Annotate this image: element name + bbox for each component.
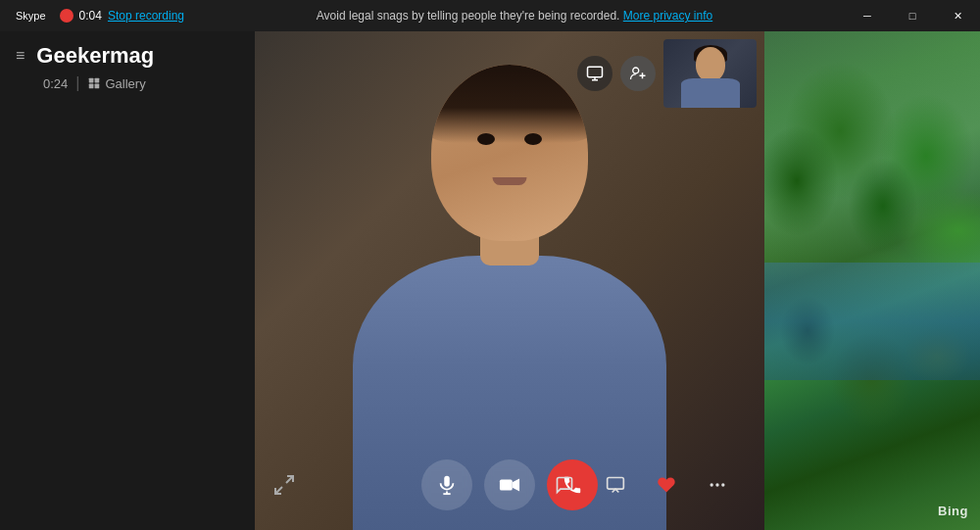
app-container: ≡ Geekermag 0:24 | Gallery (0, 31, 980, 530)
person-hair (431, 65, 588, 143)
react-button[interactable] (649, 467, 684, 503)
close-button[interactable]: ✕ (935, 0, 980, 31)
svg-rect-15 (500, 480, 513, 491)
heart-icon (657, 475, 676, 495)
bing-wallpaper-area: Bing (764, 31, 980, 530)
screen-layout-button[interactable] (577, 56, 612, 91)
chat-icon (555, 475, 574, 495)
call-duration: 0:24 (43, 76, 68, 91)
video-camera-icon (499, 474, 520, 496)
svg-rect-3 (95, 84, 100, 89)
gallery-button[interactable]: Gallery (87, 76, 145, 91)
stop-recording-button[interactable]: Stop recording (108, 9, 184, 23)
right-eye (524, 133, 542, 145)
recording-notice: Avoid legal snags by telling people they… (184, 9, 845, 23)
record-indicator (60, 9, 74, 23)
app-title: Skype (8, 10, 54, 22)
titlebar-left: Skype 0:04 Stop recording (0, 9, 184, 23)
self-video-thumbnail[interactable] (663, 39, 757, 108)
controls-right (547, 467, 735, 503)
add-participant-button[interactable] (620, 56, 656, 91)
notice-text: Avoid legal snags by telling people they… (317, 9, 620, 23)
more-icon (708, 475, 727, 495)
separator: | (75, 74, 79, 92)
svg-rect-0 (89, 78, 94, 83)
svg-point-7 (633, 68, 639, 73)
person-mouth (493, 177, 527, 185)
svg-rect-17 (608, 478, 624, 490)
video-top-bar (577, 39, 757, 108)
svg-point-18 (710, 483, 713, 486)
main-video (255, 31, 764, 530)
svg-point-20 (721, 483, 724, 486)
more-options-button[interactable] (700, 467, 735, 503)
svg-marker-16 (513, 479, 519, 492)
gallery-label: Gallery (105, 76, 145, 91)
microphone-icon (436, 474, 458, 496)
sidebar: ≡ Geekermag 0:24 | Gallery (0, 31, 255, 530)
call-controls-bar (255, 459, 764, 510)
chat-button[interactable] (547, 467, 582, 503)
bing-background (764, 31, 980, 530)
gallery-icon (87, 76, 101, 90)
svg-point-19 (715, 483, 718, 486)
privacy-link[interactable]: More privacy info (623, 9, 712, 23)
add-participant-icon (629, 65, 647, 82)
titlebar: Skype 0:04 Stop recording Avoid legal sn… (0, 0, 980, 31)
person-eyes (477, 133, 542, 145)
thumb-head (696, 47, 725, 81)
minimize-button[interactable]: ─ (845, 0, 890, 31)
svg-rect-4 (588, 67, 603, 77)
water-overlay (764, 263, 980, 380)
screen-layout-icon (586, 65, 604, 82)
record-time: 0:04 (79, 9, 102, 23)
mute-button[interactable] (421, 459, 472, 510)
contact-name: Geekermag (36, 43, 154, 69)
thumb-body (681, 78, 740, 108)
screen-share-icon (606, 475, 625, 495)
sidebar-header: ≡ Geekermag (16, 43, 239, 69)
bing-logo: Bing (938, 504, 968, 518)
maximize-button[interactable]: □ (890, 0, 935, 31)
video-area (255, 31, 764, 530)
svg-rect-1 (95, 78, 100, 83)
hamburger-icon[interactable]: ≡ (16, 47, 24, 65)
video-button[interactable] (484, 459, 535, 510)
screen-share-button[interactable] (598, 467, 633, 503)
window-controls: ─ □ ✕ (845, 0, 980, 31)
call-info: 0:24 | Gallery (43, 74, 239, 92)
person-head (431, 65, 588, 241)
left-eye (477, 133, 495, 145)
svg-rect-2 (89, 84, 94, 89)
svg-rect-12 (444, 476, 450, 487)
